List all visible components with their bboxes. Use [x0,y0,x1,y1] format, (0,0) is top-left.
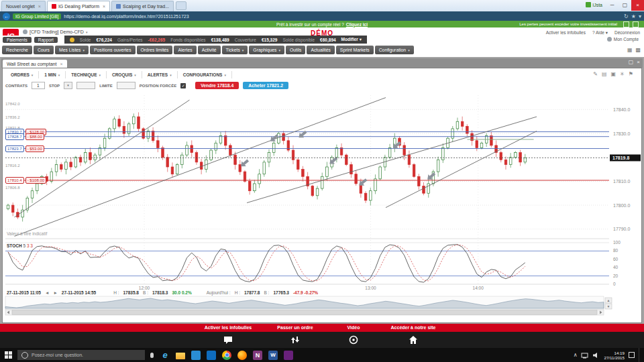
menu-item-outils[interactable]: Outils [286,46,305,54]
help-link[interactable]: ? Aide ▾ [592,30,608,36]
tab-close-icon[interactable]: × [103,4,105,9]
refresh-icon[interactable]: ↻ [624,13,629,19]
back-button[interactable]: ← [3,13,10,20]
footer-action-acc-der-notre-site[interactable]: Accéder à notre site [391,325,436,330]
banner-icon[interactable] [623,21,629,27]
range-left-arrow-icon[interactable]: ◄ [45,290,49,295]
payments-button[interactable]: Paiements [3,37,32,43]
sell-button[interactable]: Vendre 17818.4 [195,82,239,89]
address-input[interactable]: https://demo-deal.ig.com/platform/index.… [64,14,621,19]
tab-close-icon[interactable]: × [38,4,41,9]
explorer-taskbar-icon[interactable] [176,353,185,359]
footer-action-vid-o[interactable]: Vidéo [347,325,360,330]
banner-icon[interactable] [633,21,639,27]
taskbar-clock[interactable]: 14:19 27/11/2015 [604,351,625,360]
chart-toolbar-1-min[interactable]: 1 MIN▾ [39,71,66,78]
chart-toolbar-ordres[interactable]: ORDRES▾ [5,71,39,78]
footer-action-passer-un-ordre[interactable]: Passer un ordre [277,325,313,330]
network-icon[interactable] [581,352,588,359]
browser-tab-scalping[interactable]: Scalping et Day trad... [111,1,174,11]
svg-text:14:00: 14:00 [473,286,484,290]
chat-icon[interactable] [223,335,233,345]
cortana-icon [21,352,28,359]
restore-icon[interactable]: ▢ [629,59,634,65]
firefox-taskbar-icon[interactable] [237,351,247,360]
price-chart[interactable]: 17840.017830.017810.017800.017790.012:00… [0,93,644,316]
hidden-icons-chevron[interactable]: ∧ [574,352,578,358]
menu-item-sprint-markets[interactable]: Sprint Markets [336,46,374,54]
new-tab-button[interactable] [176,1,186,10]
my-account-link[interactable]: Mon Compte [607,37,639,42]
ie-taskbar-icon[interactable]: e [160,351,170,360]
menu-item-tickets[interactable]: Tickets▾ [222,46,248,54]
menu-item-activit-[interactable]: Activité [198,46,221,54]
chart-toolbar-technique[interactable]: TECHNIQUE▾ [66,71,107,78]
stop-input[interactable] [76,82,95,89]
close-button[interactable]: × [631,0,644,11]
close-icon[interactable]: × [637,59,640,65]
pencil-icon[interactable]: ✎ [593,71,598,77]
cortana-search[interactable]: Posez-moi une question. [17,350,145,360]
layout-grid-icon[interactable]: ▦ [627,47,633,53]
promo-link[interactable]: Cliquez ici [346,22,368,27]
browser-tab-new[interactable]: Nouvel onglet × [1,1,46,11]
chart-toolbar-configurations[interactable]: CONFIGURATIONS▾ [178,71,232,78]
menu-item-actualit-s[interactable]: Actualités [307,46,334,54]
store-taskbar-icon[interactable] [207,351,216,360]
tab-label: Nouvel onglet [6,4,35,9]
menu-item-ordres-limit-s[interactable]: Ordres limités [137,46,173,54]
microphone-icon[interactable] [150,353,154,358]
settings-icon[interactable]: ✳ [620,71,625,77]
chart-toolbar-croquis[interactable]: CROQUIS▾ [107,71,142,78]
menu-item-alertes[interactable]: Alertes [174,46,196,54]
maximize-button[interactable]: ▢ [619,0,631,11]
range-right-arrow-icon[interactable]: ► [53,290,57,295]
menu-item-mes-listes[interactable]: Mes Listes▾ [55,46,89,54]
modify-button[interactable]: Modifier ▾ [341,37,362,42]
flag-icon[interactable]: ⚑ [629,71,633,77]
logout-link[interactable]: Déconnexion [614,30,640,36]
mail-taskbar-icon[interactable] [191,351,201,360]
balance-label: Solde [80,38,91,42]
svg-text:▼: ▼ [607,304,610,308]
tools-menu-icon[interactable]: ▾ [639,13,641,19]
print-icon[interactable]: ▤ [602,71,607,77]
footer-action-activer-les-infobulles[interactable]: Activer les infobulles [205,325,252,330]
popout-icon[interactable]: ▩ [635,47,641,53]
menu-item-configuration[interactable]: Configuration▾ [375,46,414,54]
buy-button[interactable]: Acheter 17821.2 [243,82,288,89]
menu-item-recherche[interactable]: Recherche [2,46,32,54]
menu-item-graphiques[interactable]: Graphiques▾ [249,46,284,54]
speaker-icon[interactable] [592,352,600,359]
ev-certificate-badge[interactable]: IG Group Limited [GB] [13,13,61,19]
browser-tab-ig[interactable]: IG Dealing Platform × [47,1,110,11]
start-button[interactable] [5,351,12,359]
order-icon[interactable] [290,335,301,345]
tab-close-icon[interactable]: × [60,62,62,66]
stochastic-label[interactable]: STOCH 5 3 3 [7,243,33,248]
tooltips-link[interactable]: Activer les infobulles [546,30,586,36]
chart-toolbar-alertes[interactable]: ALERTES▾ [142,71,178,78]
snapshot-icon[interactable]: ▣ [611,71,616,77]
action-center-icon[interactable] [629,352,635,358]
onenote-taskbar-icon[interactable]: N [253,351,262,360]
home-icon[interactable] [408,335,419,345]
browser-extension-badge[interactable]: IJsta [586,2,602,7]
video-icon[interactable] [348,335,359,345]
show-desktop-button[interactable] [639,348,641,362]
range-end[interactable]: 27-11-2015 14:55 [62,290,96,295]
report-button[interactable]: Rapport [34,37,58,43]
menu-item-cours[interactable]: Cours [34,46,54,54]
contracts-input[interactable]: 1 [32,82,45,89]
chart-tab-wall-street[interactable]: Wall Street au comptant × [3,60,67,68]
vs-taskbar-icon[interactable] [284,351,293,360]
force-open-checkbox[interactable]: ✓ [180,83,186,88]
stop-type-select[interactable]: ▾ [64,82,72,89]
favorites-star-icon[interactable]: ★ [631,13,636,19]
limit-input[interactable] [117,82,136,89]
word-taskbar-icon[interactable]: W [268,351,278,360]
menu-item-positions-ouvertes[interactable]: Positions ouvertes [90,46,136,54]
chrome-taskbar-icon[interactable] [222,351,231,360]
minimize-button[interactable]: ─ [606,0,619,11]
range-start[interactable]: 27-11-2015 11:05 [7,290,41,295]
